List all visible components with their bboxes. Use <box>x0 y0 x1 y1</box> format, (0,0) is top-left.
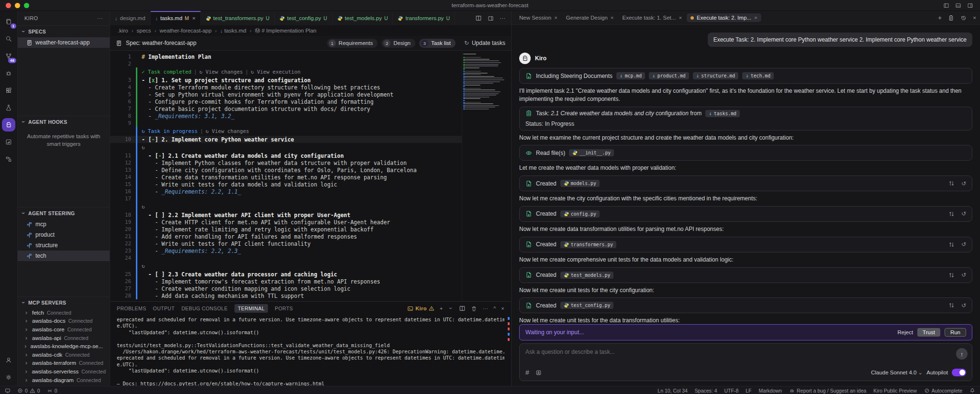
undo-icon[interactable]: ↺ <box>961 180 966 186</box>
new-terminal-icon[interactable]: + <box>440 306 443 311</box>
mcp-server-awslabs-core[interactable]: ›awslabs-core Connected <box>18 325 110 334</box>
activity-kiro-agent-icon[interactable] <box>0 133 17 151</box>
agent-hooks-title[interactable]: ›AGENT HOOKS <box>18 116 110 128</box>
close-chat-tab-icon[interactable]: × <box>679 15 682 21</box>
breadcrumb-item[interactable]: ↓ tasks.md <box>220 28 246 33</box>
autopilot-toggle[interactable] <box>952 369 966 376</box>
activity-search-icon[interactable] <box>0 30 17 47</box>
terminal-instance[interactable]: Kiro <box>407 306 434 312</box>
code-line-28[interactable]: 28 - Add data caching mechanism with TTL… <box>110 292 462 299</box>
activity-extensions-icon[interactable] <box>0 82 17 99</box>
close-chat-tab-icon[interactable]: × <box>754 15 757 21</box>
feedback-indicator[interactable]: 0 <box>47 388 57 394</box>
status-spaces-4[interactable]: Spaces: 4 <box>695 388 717 394</box>
activity-account-icon[interactable] <box>0 351 17 369</box>
file-chip[interactable]: ↓structure.md <box>693 72 738 79</box>
diff-icon[interactable] <box>948 302 955 308</box>
code-line-20[interactable]: 20 - Implement rate limiting and retry l… <box>110 226 462 233</box>
breadcrumb-item[interactable]: Ⓜ # Implementation Plan <box>255 28 317 33</box>
code-line-9[interactable]: 9 <box>110 120 462 127</box>
mcp-server-awslabs-diagram[interactable]: ›awslabs-diagram Connected <box>18 376 110 384</box>
undo-icon[interactable]: ↺ <box>961 211 966 217</box>
file-chip[interactable]: models.py <box>560 180 600 187</box>
send-button[interactable]: ↑ <box>956 348 968 360</box>
breadcrumb-item[interactable]: specs <box>137 28 151 33</box>
mcp-server-awslabs-serverless[interactable]: ›awslabs-serverless Connected <box>18 367 110 376</box>
chat-messages[interactable]: Execute Task: 2. Implement core Python w… <box>512 25 980 323</box>
layout-left-icon[interactable] <box>943 2 949 9</box>
codelens-row[interactable]: ↻ <box>110 143 462 152</box>
history-icon[interactable] <box>960 15 967 21</box>
editor-tab-transformers.py[interactable]: transformers.pyU <box>393 11 455 25</box>
file-chip[interactable]: __init__.py <box>569 149 614 156</box>
code-line-10[interactable]: 10- [-] 2. Implement core Python weather… <box>110 136 462 143</box>
code-line-5[interactable]: 5 - Set up Python virtual environment wi… <box>110 91 462 98</box>
context-hash-icon[interactable]: # <box>525 369 529 376</box>
split-editor-icon[interactable] <box>475 15 482 22</box>
status-lf[interactable]: LF <box>746 388 751 394</box>
file-chip[interactable]: config.py <box>560 210 600 218</box>
code-line-3[interactable]: 3- [x] 1. Set up project structure and c… <box>110 77 462 84</box>
code-area[interactable]: 1# Implementation Plan2✓ Task completed|… <box>110 51 462 301</box>
code-line-2[interactable]: 2 <box>110 60 462 67</box>
panel-tab-PROBLEMS[interactable]: PROBLEMS <box>117 306 146 311</box>
activity-debug-icon[interactable] <box>0 65 17 82</box>
editor[interactable]: 1# Implementation Plan2✓ Task completed|… <box>110 51 511 301</box>
chat-tab[interactable]: Execute task: 2. Imp...× <box>687 13 761 22</box>
chat-tab[interactable]: New Session× <box>515 13 561 22</box>
close-chat-panel-icon[interactable]: × <box>973 15 976 21</box>
code-line-8[interactable]: 8 - _Requirements: 3.1, 3.2_ <box>110 112 462 120</box>
undo-icon[interactable]: ↺ <box>961 241 966 248</box>
mcp-server-awslabs-terraform[interactable]: ›awslabs-terraform Connected <box>18 359 110 368</box>
window-controls[interactable] <box>0 3 35 8</box>
status-kiro-public-preview[interactable]: Kiro Public Preview <box>873 388 916 394</box>
status-utf-8[interactable]: UTF-8 <box>724 388 739 394</box>
clipboard-icon[interactable] <box>948 15 954 21</box>
file-chip[interactable]: ↓tasks.md <box>705 110 740 117</box>
breadcrumb-item[interactable]: weather-forecast-app <box>159 28 212 33</box>
layout-bottom-icon[interactable] <box>955 2 961 9</box>
editor-tab-tasks.md[interactable]: ↓tasks.mdM× <box>151 11 201 25</box>
code-line-19[interactable]: 19 - Create HTTP client for met.no API w… <box>110 219 462 226</box>
code-line-4[interactable]: 4 - Create Terraform module directory st… <box>110 84 462 91</box>
file-chip[interactable]: ↓product.md <box>649 72 689 79</box>
close-panel-icon[interactable]: × <box>501 306 504 311</box>
chat-input-box[interactable]: Ask a question or describe a task... ↑ #… <box>519 343 972 381</box>
editor-tab-test_config.py[interactable]: test_config.pyU <box>275 11 333 25</box>
code-line-18[interactable]: 18 - [ ] 2.2 Implement weather API clien… <box>110 211 462 219</box>
panel-tab-DEBUG CONSOLE[interactable]: DEBUG CONSOLE <box>181 306 228 311</box>
panel-tab-PORTS[interactable]: PORTS <box>275 306 293 311</box>
mcp-server-awslabs-docs[interactable]: ›awslabs-docs Connected <box>18 317 110 326</box>
trash-icon[interactable] <box>471 306 477 312</box>
maximize-panel-icon[interactable]: ^ <box>493 306 496 311</box>
activity-settings-gear-icon[interactable] <box>0 369 17 386</box>
model-selector[interactable]: Claude Sonnet 4.0 ⌄ <box>871 369 923 376</box>
code-line-15[interactable]: 15 - Write unit tests for data models an… <box>110 181 462 188</box>
code-line-17[interactable]: 17 <box>110 195 462 202</box>
new-chat-icon[interactable]: + <box>938 14 942 22</box>
breadcrumb[interactable]: .kiro› specs› weather-forecast-app›↓ tas… <box>110 25 511 36</box>
spec-step-Design[interactable]: 2Design <box>381 39 415 48</box>
mcp-server-fetch[interactable]: ›fetch Connected <box>18 308 110 317</box>
panel-tab-OUTPUT[interactable]: OUTPUT <box>153 306 175 311</box>
code-line-22[interactable]: 22 - Write unit tests for API client fun… <box>110 240 462 247</box>
status-report-a-bug-suggest-an-idea[interactable]: Report a bug / Suggest an idea <box>789 388 866 394</box>
close-tab-icon[interactable]: × <box>192 15 196 21</box>
diff-icon[interactable] <box>948 241 955 248</box>
undo-icon[interactable]: ↺ <box>961 302 966 308</box>
code-line-7[interactable]: 7 - Create basic project documentation s… <box>110 105 462 112</box>
chat-input-placeholder[interactable]: Ask a question or describe a task... <box>525 349 966 355</box>
code-line-14[interactable]: 14 - Create data transformation utilitie… <box>110 174 462 181</box>
split-editor-icon[interactable] <box>459 305 466 312</box>
activity-dependency-graph-icon[interactable] <box>0 151 17 168</box>
file-chip[interactable]: ↓tech.md <box>742 72 774 79</box>
spec-step-Task list[interactable]: 3Task list <box>419 39 456 48</box>
mcp-server-awslabs-cdk[interactable]: ›awslabs-cdk Connected <box>18 350 110 359</box>
diff-icon[interactable] <box>948 211 955 217</box>
code-line-24[interactable]: 24 <box>110 254 462 262</box>
activity-kiro-ghost-icon[interactable] <box>2 118 15 131</box>
file-chip[interactable]: test_models.py <box>560 272 614 279</box>
minimize-window-button[interactable] <box>15 3 20 8</box>
reject-button[interactable]: Reject <box>898 329 913 335</box>
code-line-23[interactable]: 23 - _Requirements: 2.2, 2.3_ <box>110 247 462 254</box>
